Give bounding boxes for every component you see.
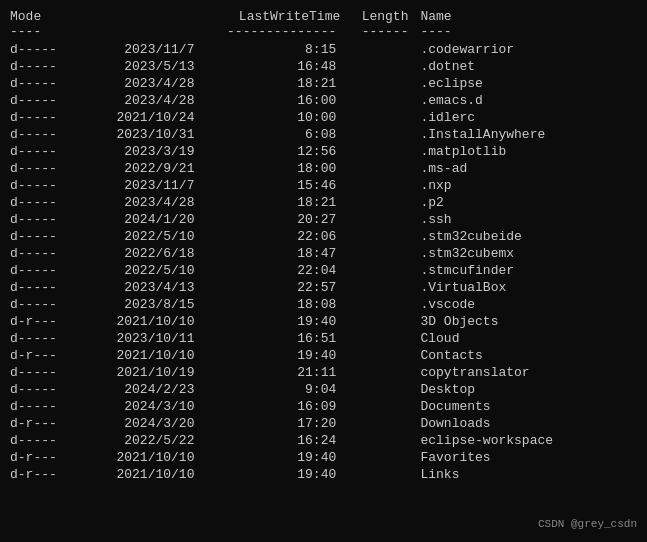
- cell-name: .emacs.d: [420, 92, 637, 109]
- table-row: d----- 2023/8/15 18:08 .vscode: [10, 296, 637, 313]
- cell-date: 2024/3/20: [94, 415, 202, 432]
- cell-name: .ssh: [420, 211, 637, 228]
- cell-name: Favorites: [420, 449, 637, 466]
- cell-length: [348, 228, 420, 245]
- underline-length: ------: [348, 24, 420, 41]
- cell-date: 2022/6/18: [94, 245, 202, 262]
- cell-mode: d-r---: [10, 415, 94, 432]
- cell-time: 18:47: [202, 245, 348, 262]
- cell-mode: d-----: [10, 279, 94, 296]
- cell-time: 22:06: [202, 228, 348, 245]
- cell-length: [348, 330, 420, 347]
- cell-time: 15:46: [202, 177, 348, 194]
- cell-length: [348, 58, 420, 75]
- cell-mode: d-----: [10, 41, 94, 58]
- cell-mode: d-r---: [10, 449, 94, 466]
- cell-mode: d-----: [10, 109, 94, 126]
- table-row: d----- 2022/5/22 16:24 eclipse-workspace: [10, 432, 637, 449]
- cell-mode: d-----: [10, 296, 94, 313]
- cell-mode: d-----: [10, 432, 94, 449]
- cell-length: [348, 177, 420, 194]
- cell-name: .codewarrior: [420, 41, 637, 58]
- underline-mode: ----: [10, 24, 94, 41]
- cell-name: Downloads: [420, 415, 637, 432]
- cell-time: 20:27: [202, 211, 348, 228]
- cell-time: 19:40: [202, 449, 348, 466]
- cell-time: 10:00: [202, 109, 348, 126]
- cell-name: copytranslator: [420, 364, 637, 381]
- cell-length: [348, 262, 420, 279]
- cell-date: 2021/10/24: [94, 109, 202, 126]
- cell-time: 16:48: [202, 58, 348, 75]
- table-row: d----- 2023/11/7 8:15 .codewarrior: [10, 41, 637, 58]
- cell-date: 2023/10/31: [94, 126, 202, 143]
- cell-length: [348, 126, 420, 143]
- cell-date: 2022/5/22: [94, 432, 202, 449]
- cell-length: [348, 160, 420, 177]
- cell-length: [348, 313, 420, 330]
- table-row: d----- 2023/4/13 22:57 .VirtualBox: [10, 279, 637, 296]
- table-row: d-r--- 2024/3/20 17:20 Downloads: [10, 415, 637, 432]
- cell-mode: d-----: [10, 330, 94, 347]
- cell-date: 2022/5/10: [94, 262, 202, 279]
- cell-mode: d-----: [10, 211, 94, 228]
- table-row: d-r--- 2021/10/10 19:40 Favorites: [10, 449, 637, 466]
- cell-name: Cloud: [420, 330, 637, 347]
- cell-length: [348, 92, 420, 109]
- cell-mode: d-----: [10, 381, 94, 398]
- cell-name: .stm32cubeide: [420, 228, 637, 245]
- cell-name: .p2: [420, 194, 637, 211]
- cell-date: 2023/10/11: [94, 330, 202, 347]
- cell-time: 8:15: [202, 41, 348, 58]
- table-row: d----- 2023/10/31 6:08 .InstallAnywhere: [10, 126, 637, 143]
- cell-date: 2021/10/10: [94, 313, 202, 330]
- table-row: d----- 2022/5/10 22:06 .stm32cubeide: [10, 228, 637, 245]
- cell-time: 22:57: [202, 279, 348, 296]
- table-body: d----- 2023/11/7 8:15 .codewarrior d----…: [10, 41, 637, 483]
- table-row: d-r--- 2021/10/10 19:40 Contacts: [10, 347, 637, 364]
- cell-time: 19:40: [202, 313, 348, 330]
- cell-date: 2024/2/23: [94, 381, 202, 398]
- cell-date: 2022/5/10: [94, 228, 202, 245]
- header-length: Length: [348, 8, 420, 24]
- cell-length: [348, 41, 420, 58]
- cell-time: 18:08: [202, 296, 348, 313]
- cell-name: .idlerc: [420, 109, 637, 126]
- underline-name: ----: [420, 24, 637, 41]
- table-row: d-r--- 2021/10/10 19:40 3D Objects: [10, 313, 637, 330]
- cell-length: [348, 449, 420, 466]
- table-row: d----- 2023/4/28 18:21 .eclipse: [10, 75, 637, 92]
- cell-length: [348, 109, 420, 126]
- table-row: d----- 2022/6/18 18:47 .stm32cubemx: [10, 245, 637, 262]
- cell-time: 22:04: [202, 262, 348, 279]
- cell-name: .InstallAnywhere: [420, 126, 637, 143]
- cell-name: Links: [420, 466, 637, 483]
- cell-mode: d-----: [10, 398, 94, 415]
- header-name: Name: [420, 8, 637, 24]
- cell-name: .dotnet: [420, 58, 637, 75]
- cell-date: 2023/4/13: [94, 279, 202, 296]
- cell-mode: d-r---: [10, 313, 94, 330]
- cell-date: 2023/4/28: [94, 75, 202, 92]
- cell-date: 2021/10/10: [94, 466, 202, 483]
- cell-length: [348, 194, 420, 211]
- watermark-label: CSDN @grey_csdn: [538, 518, 637, 530]
- cell-mode: d-----: [10, 228, 94, 245]
- cell-name: .stmcufinder: [420, 262, 637, 279]
- table-row: d----- 2023/3/19 12:56 .matplotlib: [10, 143, 637, 160]
- cell-name: eclipse-workspace: [420, 432, 637, 449]
- cell-date: 2023/8/15: [94, 296, 202, 313]
- table-row: d----- 2023/11/7 15:46 .nxp: [10, 177, 637, 194]
- cell-time: 18:21: [202, 194, 348, 211]
- cell-time: 18:21: [202, 75, 348, 92]
- table-row: d----- 2023/4/28 18:21 .p2: [10, 194, 637, 211]
- underline-date: [94, 24, 202, 41]
- table-row: d----- 2024/1/20 20:27 .ssh: [10, 211, 637, 228]
- cell-date: 2021/10/19: [94, 364, 202, 381]
- cell-length: [348, 75, 420, 92]
- table-row: d----- 2022/5/10 22:04 .stmcufinder: [10, 262, 637, 279]
- cell-date: 2023/4/28: [94, 92, 202, 109]
- file-listing-table: Mode LastWriteTime Length Name ---- ----…: [10, 8, 637, 483]
- cell-length: [348, 211, 420, 228]
- cell-time: 19:40: [202, 466, 348, 483]
